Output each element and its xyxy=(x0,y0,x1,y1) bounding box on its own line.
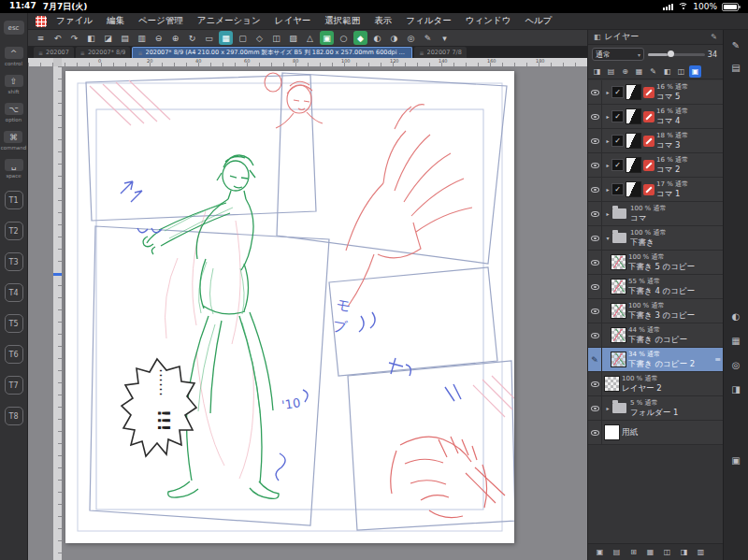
tab-menu-icon[interactable]: ≡ xyxy=(419,50,424,56)
layer-row-0[interactable]: ▸✓16 % 通常コマ 5 xyxy=(588,80,723,105)
selection-icon[interactable]: ▢ xyxy=(236,31,250,45)
modifier-key-shift[interactable]: ⇧shift xyxy=(5,75,23,94)
visibility-cell[interactable] xyxy=(588,202,602,225)
manga-page[interactable]: モブ '10 …… !!! xyxy=(65,71,514,543)
draft-layer-icon[interactable]: ✎ xyxy=(647,65,659,78)
copy-icon[interactable]: ▤ xyxy=(118,31,132,45)
eye-icon[interactable] xyxy=(591,163,599,168)
eye-icon[interactable] xyxy=(591,309,599,314)
balloon-icon[interactable]: ○ xyxy=(337,31,351,45)
modifier-key-space[interactable]: ␣space xyxy=(5,159,23,179)
delete-layer-icon[interactable]: ▥ xyxy=(695,546,707,558)
document-tab-0[interactable]: ≡202007 xyxy=(34,47,74,58)
menu-item-8[interactable]: ウィンドウ xyxy=(466,15,511,27)
eye-icon[interactable] xyxy=(591,138,599,144)
expand-icon[interactable]: ▸ xyxy=(604,137,611,144)
modifier-key-option[interactable]: ⌥option xyxy=(5,103,23,122)
frame-border-icon[interactable]: ▣ xyxy=(320,31,334,45)
create-mask-icon[interactable]: ◫ xyxy=(661,546,673,558)
visibility-cell[interactable] xyxy=(588,129,602,152)
layer-row-12[interactable]: 100 % 通常レイヤー 2 xyxy=(588,372,723,396)
layer-row-10[interactable]: 44 % 通常下書き のコピー xyxy=(588,323,723,348)
visibility-cell[interactable] xyxy=(588,275,602,298)
touch-key-T4[interactable]: T4 xyxy=(5,283,23,302)
layer-mask-icon[interactable]: ◫ xyxy=(675,65,687,78)
palette-color-icon[interactable]: ▣ xyxy=(689,65,701,78)
pen-settings-icon[interactable]: ✎ xyxy=(421,31,435,45)
visibility-cell[interactable] xyxy=(588,299,602,323)
eye-icon[interactable] xyxy=(591,333,599,338)
layer-color-icon[interactable]: ◧ xyxy=(661,65,673,78)
visibility-cell[interactable] xyxy=(588,396,602,420)
material-drawer-icon[interactable]: ▣ xyxy=(728,452,743,467)
transfer-down-icon[interactable]: ⊞ xyxy=(627,546,640,558)
zoom-in-icon[interactable]: ⊕ xyxy=(168,31,182,45)
lock-transparent-pixels-icon[interactable]: ◨ xyxy=(591,65,603,78)
app-menu-icon[interactable] xyxy=(36,16,47,27)
touch-key-T5[interactable]: T5 xyxy=(5,314,23,333)
visibility-cell[interactable] xyxy=(588,105,602,128)
touch-key-T6[interactable]: T6 xyxy=(5,345,23,364)
clip-at-layer-below-icon[interactable]: ⊕ xyxy=(619,65,631,78)
expand-icon[interactable]: ▸ xyxy=(604,210,611,217)
symmetry-icon[interactable]: △ xyxy=(303,31,317,45)
fit-screen-icon[interactable]: ▭ xyxy=(202,31,216,45)
visibility-cell[interactable] xyxy=(588,153,602,177)
modifier-key-command[interactable]: ⌘command xyxy=(1,131,26,151)
layer-row-7[interactable]: 100 % 通常下書き 5 のコピー xyxy=(588,251,723,275)
palette-menu-icon[interactable]: ✎ xyxy=(711,33,717,41)
grid-icon[interactable]: ▦ xyxy=(219,31,233,45)
menu-item-2[interactable]: ページ管理 xyxy=(138,15,183,27)
eye-icon[interactable] xyxy=(591,406,599,411)
visibility-cell[interactable] xyxy=(588,178,602,201)
layer-row-5[interactable]: ▸100 % 通常コマ xyxy=(588,202,723,226)
reference-layer-icon[interactable]: ▦ xyxy=(633,65,645,78)
esc-key[interactable]: esc xyxy=(4,21,24,35)
apply-mask-icon[interactable]: ◨ xyxy=(678,546,690,558)
tool-property-icon[interactable]: ◨ xyxy=(728,381,743,396)
menu-item-7[interactable]: フィルター xyxy=(406,15,451,27)
swatch-icon[interactable]: ▦ xyxy=(728,333,743,348)
tab-menu-icon[interactable]: ≡ xyxy=(137,50,142,56)
menu-item-4[interactable]: レイヤー xyxy=(275,15,311,27)
eye-icon[interactable] xyxy=(591,187,599,193)
rotate-view-icon[interactable]: ↻ xyxy=(185,31,199,45)
drag-handle-icon[interactable]: ≡ xyxy=(714,355,721,364)
new-folder-icon[interactable]: ▤ xyxy=(611,546,623,558)
visibility-cell[interactable] xyxy=(588,226,602,250)
lock-layer-icon[interactable]: ▤ xyxy=(605,65,617,78)
menu-item-3[interactable]: アニメーション xyxy=(197,15,261,27)
eye-icon[interactable] xyxy=(591,284,599,290)
blend-mode-select[interactable]: 通常 ▾ xyxy=(592,48,644,61)
visibility-cell[interactable] xyxy=(588,372,602,395)
brush-size-icon[interactable]: ◎ xyxy=(728,357,743,372)
menu-item-6[interactable]: 表示 xyxy=(374,15,392,27)
tab-menu-icon[interactable]: ≡ xyxy=(80,50,85,56)
layer-row-8[interactable]: 55 % 通常下書き 4 のコピー xyxy=(588,275,723,299)
cut-icon[interactable]: ◪ xyxy=(101,31,115,45)
layer-row-6[interactable]: ▾100 % 通常下書き xyxy=(588,226,723,251)
tab-menu-icon[interactable]: ≡ xyxy=(38,50,43,56)
transform-icon[interactable]: ◇ xyxy=(252,31,266,45)
expand-icon[interactable]: ▾ xyxy=(604,235,611,241)
material-icon[interactable]: ◆ xyxy=(353,31,367,45)
edit-pen-icon[interactable]: ✎ xyxy=(728,37,743,52)
undo-icon[interactable]: ↶ xyxy=(50,31,65,45)
opacity-slider[interactable] xyxy=(648,53,705,56)
eye-icon[interactable] xyxy=(591,430,599,436)
eye-icon[interactable] xyxy=(591,260,599,266)
toolbar-dropdown-icon[interactable]: ▾ xyxy=(438,31,452,45)
crop-icon[interactable]: ◫ xyxy=(269,31,283,45)
expand-icon[interactable]: ▸ xyxy=(604,89,611,95)
expand-icon[interactable]: ▸ xyxy=(604,113,611,120)
snapshot-icon[interactable]: ◎ xyxy=(404,31,418,45)
eye-icon[interactable] xyxy=(591,114,599,120)
layer-row-3[interactable]: ▸✓16 % 通常コマ 2 xyxy=(588,153,723,178)
touch-key-T2[interactable]: T2 xyxy=(5,222,23,240)
document-tab-2[interactable]: ≡202007* 8/9 (A4 210.00 x 297.00mm 製本サイズ… xyxy=(132,47,412,58)
visibility-cell[interactable] xyxy=(588,421,602,444)
main-menu-icon[interactable]: ≡ xyxy=(34,31,48,45)
menu-item-1[interactable]: 編集 xyxy=(107,15,124,27)
layer-row-13[interactable]: ▸5 % 通常フォルダー 1 xyxy=(588,396,723,421)
color-wheel-icon[interactable]: ◐ xyxy=(728,309,743,323)
